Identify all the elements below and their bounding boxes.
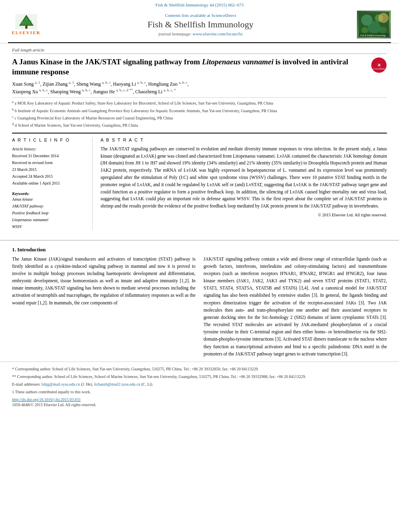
journal-cover-image: Fish & Shellfish Immunology [357,10,391,39]
affiliation-d: d d School of Marine Sciences, Sun Yat-s… [12,122,387,128]
intro-title: 1. Introduction [12,246,195,253]
keywords-label: Keywords: [12,191,86,196]
history-label: Article history: [12,146,86,152]
footnote-emails: E-mail addresses: lshjg@mail.sysu.edu.cn… [12,381,387,387]
svg-text:Fish & Shellfish Immunology: Fish & Shellfish Immunology [360,34,386,37]
body-col-right: JAK/STAT signaling pathway contain a wid… [204,246,387,357]
journal-header: Fish & Shellfish Immunology 44 (2015) 66… [0,0,399,43]
svg-point-10 [368,21,380,34]
keyword-5: WSSV [12,223,86,230]
journal-ref: Fish & Shellfish Immunology 44 (2015) 66… [156,2,244,7]
elsevier-logo: ELSEVIER [8,14,44,35]
revised-date: 23 March 2015 [12,166,86,173]
affiliation-c: c c Guangdong Provincial Key Laboratory … [12,115,387,121]
accepted-date: Accepted 24 March 2015 [12,173,86,180]
elsevier-tree-icon [15,14,37,29]
article-history: Article history: Received 31 December 20… [12,146,86,187]
email2-link[interactable]: lichanzh@mail2.sysu.edu.cn [94,382,140,386]
article-type: Full length article [12,47,387,54]
svg-point-5 [30,21,32,23]
title-italic: Litopenaeus vannamei [202,58,274,66]
affiliations: a a MOE Key Laboratory of Aquatic Produc… [12,97,387,128]
keyword-3: Positive feedback loop [12,210,86,216]
revised-label: Received in revised form [12,159,86,166]
article-info-heading: A R T I C L E I N F O [12,138,86,142]
doi-line: http://dx.doi.org/10.1016/j.fsi.2015.03.… [12,397,387,402]
svg-point-11 [362,27,368,33]
copyright: © 2015 Elsevier Ltd. All rights reserved… [101,212,387,218]
abstract-text: The JAK/STAT signaling pathways are cons… [101,146,387,219]
title-part1: A Janus Kinase in the JAK/STAT signaling… [12,58,202,66]
two-col-section: A R T I C L E I N F O Article history: R… [12,133,387,230]
page: Fish & Shellfish Immunology 44 (2015) 66… [0,0,399,532]
article-title-section: A Janus Kinase in the JAK/STAT signaling… [12,57,387,77]
homepage-url[interactable]: www.elsevier.com/locate/fsi [193,31,243,36]
keywords-section: Keywords: Janus kinase JAK/STAT pathway … [12,191,86,230]
footnote-corresponding2: ** Corresponding author. School of Life … [12,374,387,380]
doi-link[interactable]: http://dx.doi.org/10.1016/j.fsi.2015.03.… [12,397,81,402]
affiliation-a: a a MOE Key Laboratory of Aquatic Produc… [12,100,387,106]
received-date: Received 31 December 2014 [12,152,86,159]
section-divider [0,240,399,240]
abstract-heading: A B S T R A C T [101,138,387,142]
sciencedirect-link[interactable]: ScienceDirect [211,13,236,18]
affiliation-b: b b Institute of Aquatic Economic Animal… [12,107,387,114]
footnote-equal: 1 These authors contributed equally to t… [12,389,387,395]
journal-title-display: Fish & Shellfish Immunology [44,19,357,30]
available-date: Available online 1 April 2015 [12,180,86,187]
keyword-2: JAK/STAT pathway [12,203,86,210]
article-info-col: A R T I C L E I N F O Article history: R… [12,138,93,230]
issn-line: 1050-4648/© 2015 Elsevier Ltd. All right… [12,403,387,407]
crossmark-badge[interactable]: ✕ CrossMark [371,57,387,73]
footnote-corresponding1: * Corresponding author. School of Life S… [12,366,387,372]
journal-ref-line: Fish & Shellfish Immunology 44 (2015) 66… [8,2,391,7]
body-col-left: 1. Introduction The Janus Kinase (JAK)/s… [12,246,195,357]
crossmark-icon: ✕ CrossMark [371,58,387,73]
sciencedirect-line: Contents lists available at ScienceDirec… [44,13,357,18]
article-body: Full length article A Janus Kinase in th… [0,43,399,234]
email1-link[interactable]: lshjg@mail.sysu.edu.cn [41,382,80,386]
journal-homepage-line: journal homepage: www.elsevier.com/locat… [44,31,357,36]
svg-point-12 [379,27,387,34]
authors-line: Xuan Song a, 1, Zijian Zhang a, 1, Sheng… [12,80,387,95]
elsevier-wordmark: ELSEVIER [12,30,41,35]
svg-point-6 [25,18,27,20]
body-section: 1. Introduction The Janus Kinase (JAK)/s… [0,246,399,357]
abstract-col: A B S T R A C T The JAK/STAT signaling p… [101,138,387,230]
journal-center-info: Contents lists available at ScienceDirec… [44,13,357,36]
keyword-1: Janus kinase [12,196,86,203]
article-title: A Janus Kinase in the JAK/STAT signaling… [12,57,371,77]
footer-section: * Corresponding author. School of Life S… [0,362,399,411]
svg-point-4 [21,21,23,23]
intro-right-text: JAK/STAT signaling pathway contain a wid… [204,255,387,357]
keyword-4: Litopenaeus vannamei [12,216,86,223]
intro-left-text: The Janus Kinase (JAK)/signal transducer… [12,255,195,306]
